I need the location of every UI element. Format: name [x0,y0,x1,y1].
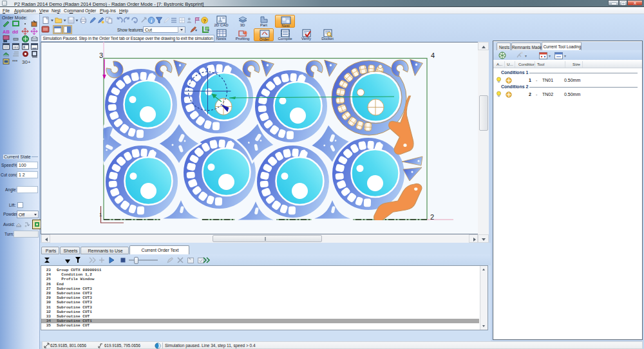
svg-text:***: *** [12,59,17,64]
svg-text:?: ? [203,18,206,24]
svg-text:2: 2 [430,213,434,221]
svg-text:4: 4 [431,52,435,59]
svg-text:30+: 30+ [22,59,31,65]
svg-text:3: 3 [99,52,103,59]
svg-text:dd: dd [12,29,19,35]
svg-text:1: 1 [99,212,102,218]
svg-text:AB: AB [3,29,10,35]
